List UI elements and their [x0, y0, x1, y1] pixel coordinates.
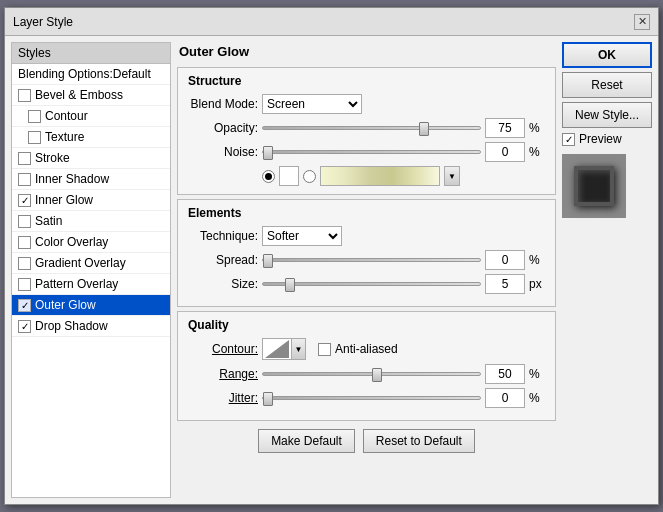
anti-alias-checkbox[interactable]	[318, 343, 331, 356]
close-button[interactable]: ✕	[634, 14, 650, 30]
opacity-label: Opacity:	[188, 121, 258, 135]
opacity-input[interactable]	[485, 118, 525, 138]
spread-label: Spread:	[188, 253, 258, 267]
sidebar-item-pattern-overlay[interactable]: Pattern Overlay	[12, 274, 170, 295]
color-overlay-checkbox[interactable]	[18, 236, 31, 249]
sidebar-item-satin[interactable]: Satin	[12, 211, 170, 232]
noise-row: Noise: %	[188, 142, 545, 162]
inner-glow-checkbox[interactable]	[18, 194, 31, 207]
blend-mode-label: Blend Mode:	[188, 97, 258, 111]
spread-slider[interactable]	[262, 252, 481, 268]
opacity-row: Opacity: %	[188, 118, 545, 138]
sidebar-item-inner-shadow[interactable]: Inner Shadow	[12, 169, 170, 190]
ok-button[interactable]: OK	[562, 42, 652, 68]
contour-swatch[interactable]	[262, 338, 292, 360]
outer-glow-checkbox[interactable]	[18, 299, 31, 312]
new-style-button[interactable]: New Style...	[562, 102, 652, 128]
sidebar-item-drop-shadow[interactable]: Drop Shadow	[12, 316, 170, 337]
range-thumb[interactable]	[372, 368, 382, 382]
gradient-overlay-checkbox[interactable]	[18, 257, 31, 270]
sidebar-item-color-overlay[interactable]: Color Overlay	[12, 232, 170, 253]
opacity-unit: %	[529, 121, 545, 135]
sidebar-item-stroke[interactable]: Stroke	[12, 148, 170, 169]
sidebar-item-label: Texture	[45, 130, 84, 144]
jitter-thumb[interactable]	[263, 392, 273, 406]
sidebar-item-inner-glow[interactable]: Inner Glow	[12, 190, 170, 211]
sidebar-item-outer-glow[interactable]: Outer Glow	[12, 295, 170, 316]
noise-unit: %	[529, 145, 545, 159]
range-unit: %	[529, 367, 545, 381]
opacity-thumb[interactable]	[419, 122, 429, 136]
texture-checkbox[interactable]	[28, 131, 41, 144]
quality-section: Quality Contour: ▼	[177, 311, 556, 421]
reset-button[interactable]: Reset	[562, 72, 652, 98]
opacity-track	[262, 126, 481, 130]
quality-title: Quality	[188, 318, 545, 332]
size-label: Size:	[188, 277, 258, 291]
sidebar-item-label: Bevel & Emboss	[35, 88, 123, 102]
jitter-slider[interactable]	[262, 390, 481, 406]
structure-section: Structure Blend Mode: Screen Opacity:	[177, 67, 556, 195]
make-default-button[interactable]: Make Default	[258, 429, 355, 453]
anti-alias-container: Anti-aliased	[318, 342, 398, 356]
stroke-checkbox[interactable]	[18, 152, 31, 165]
noise-label: Noise:	[188, 145, 258, 159]
technique-label: Technique:	[188, 229, 258, 243]
size-slider[interactable]	[262, 276, 481, 292]
range-label: Range:	[188, 367, 258, 381]
noise-slider[interactable]	[262, 144, 481, 160]
opacity-slider[interactable]	[262, 120, 481, 136]
size-thumb[interactable]	[285, 278, 295, 292]
sidebar-item-texture[interactable]: Texture	[12, 127, 170, 148]
sidebar-item-label: Contour	[45, 109, 88, 123]
preview-row: Preview	[562, 132, 652, 146]
gradient-swatch[interactable]	[320, 166, 440, 186]
inner-shadow-checkbox[interactable]	[18, 173, 31, 186]
gradient-radio[interactable]	[303, 170, 316, 183]
color-swatch-white[interactable]	[279, 166, 299, 186]
contour-label: Contour:	[188, 342, 258, 356]
size-unit: px	[529, 277, 545, 291]
technique-row: Technique: Softer	[188, 226, 545, 246]
sidebar-item-label: Gradient Overlay	[35, 256, 126, 270]
sidebar-item-bevel[interactable]: Bevel & Emboss	[12, 85, 170, 106]
anti-alias-label: Anti-aliased	[335, 342, 398, 356]
range-slider[interactable]	[262, 366, 481, 382]
pattern-overlay-checkbox[interactable]	[18, 278, 31, 291]
blend-mode-select[interactable]: Screen	[262, 94, 362, 114]
sidebar-item-label: Color Overlay	[35, 235, 108, 249]
preview-thumbnail	[562, 154, 626, 218]
dialog-title: Layer Style	[13, 15, 73, 29]
contour-control: ▼	[262, 338, 306, 360]
right-panel: OK Reset New Style... Preview	[562, 42, 652, 498]
jitter-input[interactable]	[485, 388, 525, 408]
sidebar-item-label: Drop Shadow	[35, 319, 108, 333]
contour-checkbox[interactable]	[28, 110, 41, 123]
gradient-dropdown-arrow[interactable]: ▼	[444, 166, 460, 186]
spread-thumb[interactable]	[263, 254, 273, 268]
drop-shadow-checkbox[interactable]	[18, 320, 31, 333]
bevel-checkbox[interactable]	[18, 89, 31, 102]
size-input[interactable]	[485, 274, 525, 294]
sidebar-item-label: Outer Glow	[35, 298, 96, 312]
range-input[interactable]	[485, 364, 525, 384]
sidebar-item-blending[interactable]: Blending Options:Default	[12, 64, 170, 85]
jitter-label: Jitter:	[188, 391, 258, 405]
spread-input[interactable]	[485, 250, 525, 270]
solid-color-radio[interactable]	[262, 170, 275, 183]
noise-input[interactable]	[485, 142, 525, 162]
contour-dropdown-arrow[interactable]: ▼	[292, 338, 306, 360]
jitter-unit: %	[529, 391, 545, 405]
elements-title: Elements	[188, 206, 545, 220]
preview-checkbox[interactable]	[562, 133, 575, 146]
dialog-body: Styles Blending Options:Default Bevel & …	[5, 36, 658, 504]
reset-to-default-button[interactable]: Reset to Default	[363, 429, 475, 453]
noise-thumb[interactable]	[263, 146, 273, 160]
left-panel-header: Styles	[12, 43, 170, 64]
technique-select[interactable]: Softer	[262, 226, 342, 246]
size-track	[262, 282, 481, 286]
color-type-row: ▼	[262, 166, 545, 186]
sidebar-item-gradient-overlay[interactable]: Gradient Overlay	[12, 253, 170, 274]
satin-checkbox[interactable]	[18, 215, 31, 228]
sidebar-item-contour[interactable]: Contour	[12, 106, 170, 127]
